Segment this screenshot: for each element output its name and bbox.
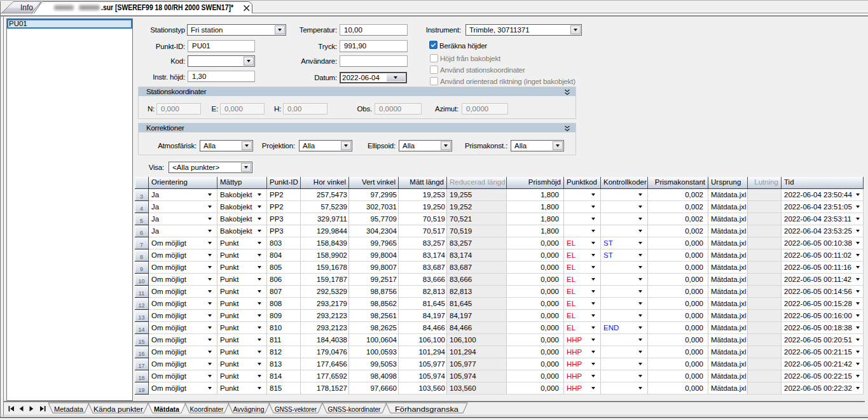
svg-text:Info: Info <box>20 3 33 12</box>
svg-text:Metadata: Metadata <box>54 405 84 413</box>
svg-text:Koordinater: Koordinater <box>190 405 224 413</box>
svg-text:GNSS-vektorer: GNSS-vektorer <box>275 405 317 413</box>
svg-text:Förhandsgranska: Förhandsgranska <box>395 405 459 413</box>
svg-text:Kända punkter: Kända punkter <box>93 405 143 413</box>
svg-text:Mätdata: Mätdata <box>154 405 180 413</box>
svg-text:Avvägning: Avvägning <box>233 405 265 413</box>
svg-text:GNSS-koordinater: GNSS-koordinater <box>328 405 381 413</box>
svg-text:.sur [SWEREF99 18 00/RH 2000 S: .sur [SWEREF99 18 00/RH 2000 SWEN17]* <box>101 3 233 12</box>
